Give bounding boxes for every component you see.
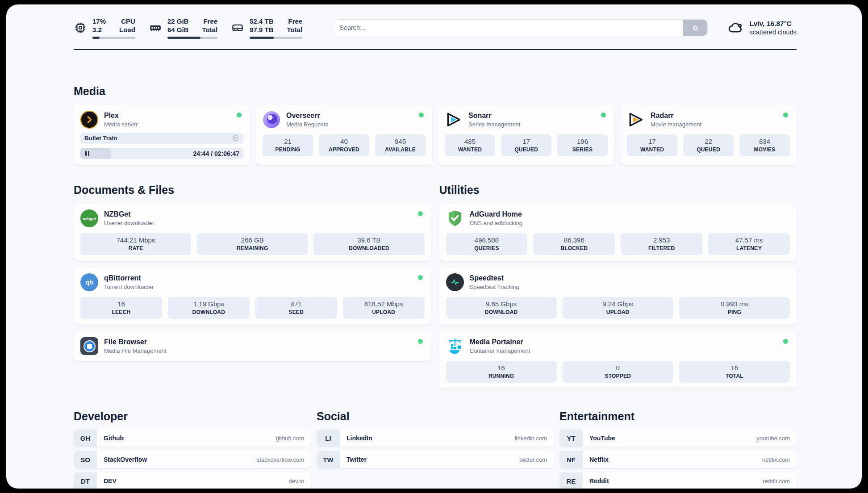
service-subtitle: Container management: [470, 347, 530, 354]
cpu-label: CPU: [119, 17, 135, 26]
bookmark-url: linkedin.com: [515, 435, 547, 442]
stat-remaining: 266 GB REMAINING: [197, 233, 308, 255]
media-card-grid: Plex Media server Bullet Train: [74, 105, 797, 165]
now-playing-icon[interactable]: [232, 134, 239, 142]
bookmark-url: reddit.com: [763, 478, 790, 485]
bookmark-name: YouTube: [589, 435, 615, 442]
bookmark-group-developer: Developer GH Github github.com SO StackO…: [74, 410, 311, 489]
service-card-radarr[interactable]: Radarr Movie management 17 WANTED 22 QUE…: [620, 105, 797, 165]
section-title-media: Media: [74, 85, 797, 98]
bookmark-abbr: LI: [317, 430, 340, 447]
service-card-filebrowser[interactable]: File Browser Media File Management: [74, 331, 431, 361]
status-dot-online: [783, 339, 788, 344]
now-playing-title: Bullet Train: [84, 135, 117, 142]
bookmark-netflix[interactable]: NF Netflix netflix.com: [559, 451, 797, 468]
stat-seed: 471 SEED: [255, 297, 337, 319]
search-input[interactable]: [333, 20, 683, 36]
bookmark-abbr: GH: [74, 430, 97, 447]
qbittorrent-icon: qb: [80, 273, 98, 291]
section-title-documents: Documents & Files: [74, 184, 431, 196]
search-provider-button[interactable]: G: [683, 20, 707, 36]
disk-progress-bar: [250, 37, 302, 39]
service-card-adguard[interactable]: AdGuard Home DNS and adblocking 498,508 …: [439, 204, 797, 261]
service-title: qBittorrent: [104, 274, 154, 282]
stat-available: 945 AVAILABLE: [375, 134, 426, 156]
service-subtitle: DNS and adblocking: [470, 220, 523, 226]
weather-condition: scattered clouds: [749, 29, 797, 36]
bookmark-twitter[interactable]: TW Twitter twitter.com: [317, 451, 554, 468]
service-title: Sonarr: [468, 112, 520, 120]
cloud-icon: [727, 20, 743, 36]
cpu-progress-bar: [92, 37, 135, 39]
memory-free-label: Free: [202, 17, 217, 26]
service-title: Speedtest: [470, 274, 519, 282]
weather-location: Lviv, 16.87°C: [749, 20, 797, 28]
bookmark-group-title: Developer: [74, 410, 311, 423]
stat-series: 196 SERIES: [557, 134, 608, 156]
bookmark-linkedin[interactable]: LI LinkedIn linkedin.com: [317, 430, 554, 447]
disk-progress-fill: [250, 37, 274, 39]
bookmark-group-title: Social: [317, 410, 554, 423]
cpu-usage-value: 17%: [92, 17, 106, 26]
service-title: File Browser: [104, 338, 166, 346]
stat-wanted: 17 WANTED: [627, 134, 677, 156]
service-card-qbittorrent[interactable]: qb qBittorrent Torrent downloader 16: [74, 267, 431, 325]
service-card-sonarr[interactable]: Sonarr Series management 485 WANTED 17 Q…: [438, 105, 614, 165]
bookmark-name: Reddit: [589, 477, 609, 485]
bookmark-dev[interactable]: DT DEV dev.to: [74, 472, 311, 489]
stat-pending: 21 PENDING: [263, 134, 313, 156]
bookmark-abbr: NF: [559, 451, 583, 468]
bookmark-reddit[interactable]: RE Reddit reddit.com: [559, 472, 797, 489]
bookmark-group-social: Social LI LinkedIn linkedin.com TW Twitt…: [317, 410, 554, 489]
bookmark-abbr: DT: [74, 472, 97, 489]
service-card-portainer[interactable]: Media Portainer Container management 16 …: [439, 331, 797, 389]
service-card-nzbget[interactable]: nzbget NZBGet Usenet downloader 744.21 M…: [74, 204, 431, 261]
service-subtitle: Torrent downloader: [104, 284, 154, 290]
service-title: Plex: [104, 112, 138, 120]
stat-upload: 9.24 Gbps UPLOAD: [563, 297, 673, 319]
service-title: NZBGet: [104, 210, 154, 218]
stat-queries: 498,508 QUERIES: [446, 233, 528, 255]
plex-icon: [80, 111, 98, 129]
cpu-icon: [74, 21, 87, 34]
filebrowser-icon: [80, 337, 98, 355]
stat-wanted: 485 WANTED: [445, 134, 495, 156]
bookmark-youtube[interactable]: YT YouTube youtube.com: [559, 430, 797, 447]
section-utilities: Utilities: [439, 184, 797, 389]
bookmark-github[interactable]: GH Github github.com: [74, 430, 311, 447]
sonarr-icon: [445, 111, 463, 129]
memory-widget: 22 GiB Free 64 GiB Total: [149, 17, 217, 39]
disk-free-label: Free: [287, 17, 302, 26]
player-row: 24:44 / 02:06:47: [80, 148, 243, 159]
pause-button[interactable]: [85, 151, 89, 156]
stat-ping: 0.993 ms PING: [679, 297, 790, 319]
radarr-icon: [627, 111, 645, 129]
stat-leech: 16 LEECH: [80, 297, 162, 319]
bookmark-url: twitter.com: [519, 456, 547, 463]
service-card-overseerr[interactable]: Overseerr Media Requests 21 PENDING 40 A…: [256, 105, 432, 165]
bookmark-stackoverflow[interactable]: SO StackOverflow stackoverflow.com: [74, 451, 311, 468]
service-card-speedtest[interactable]: Speedtest Speedtest Tracking 9.65 Gbps D…: [439, 267, 797, 325]
bookmark-name: DEV: [104, 477, 117, 485]
portainer-icon: [446, 337, 464, 355]
cpu-widget: 17% CPU 3.2 Load: [74, 17, 135, 39]
disk-widget: 52.4 TB Free 97.9 TB Total: [231, 17, 302, 39]
bookmark-name: StackOverflow: [104, 456, 147, 463]
section-title-utilities: Utilities: [439, 184, 797, 196]
stat-approved: 40 APPROVED: [319, 134, 369, 156]
status-dot-online: [418, 211, 423, 216]
memory-progress-fill: [167, 37, 200, 39]
stat-download: 9.65 Gbps DOWNLOAD: [446, 297, 557, 319]
stat-movies: 834 MOVIES: [739, 134, 790, 156]
service-card-plex[interactable]: Plex Media server Bullet Train: [74, 105, 250, 165]
service-subtitle: Usenet downloader: [104, 220, 154, 226]
bookmark-abbr: TW: [317, 451, 340, 468]
bookmark-group-title: Entertainment: [559, 410, 797, 423]
header-divider: [74, 49, 797, 50]
search-bar: G: [333, 19, 708, 36]
overseerr-icon: [263, 111, 280, 129]
cpu-load-value: 3.2: [92, 25, 106, 34]
stat-downloaded: 39.6 TB DOWNLOADED: [313, 233, 424, 255]
service-title: Radarr: [651, 112, 701, 120]
status-dot-online: [419, 113, 424, 117]
